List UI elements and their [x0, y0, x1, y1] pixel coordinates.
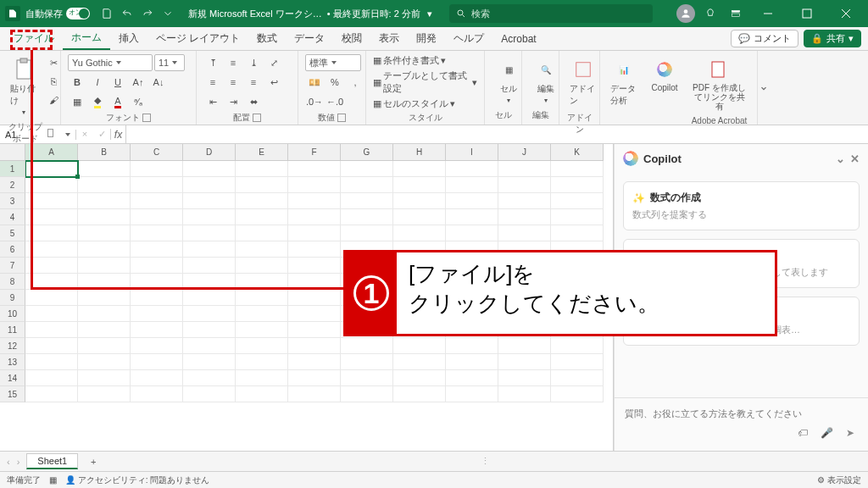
- row-header[interactable]: 8: [0, 274, 25, 290]
- cell[interactable]: [236, 225, 288, 241]
- phonetic-icon[interactable]: ᵃ⁄ₐ: [129, 93, 147, 110]
- copy-icon[interactable]: ⎘: [44, 73, 63, 90]
- cell[interactable]: [78, 241, 131, 258]
- cell[interactable]: [78, 177, 131, 193]
- toggle-switch[interactable]: オン: [66, 8, 90, 19]
- cell[interactable]: [183, 161, 236, 177]
- format-painter-icon[interactable]: 🖌: [44, 92, 63, 108]
- cell-styles-button[interactable]: ▦ セルのスタイル ▾: [373, 97, 455, 110]
- copilot-suggestion-card[interactable]: ✨色と書式設定の適用次のすべてのセルを次のように強調表…: [623, 297, 860, 346]
- cell[interactable]: [498, 274, 551, 290]
- cell[interactable]: [288, 209, 341, 225]
- cell[interactable]: [236, 241, 288, 258]
- cell[interactable]: [393, 209, 446, 225]
- row-header[interactable]: 1: [0, 161, 25, 177]
- copilot-suggestion-card[interactable]: ✨理解するデータの分析情報をグラフを使用して表します: [623, 239, 860, 288]
- editing-button[interactable]: 🔍編集▾: [529, 54, 563, 108]
- copilot-input[interactable]: [621, 405, 861, 422]
- cell[interactable]: [341, 225, 393, 241]
- row-header[interactable]: 4: [0, 209, 25, 225]
- cell[interactable]: [183, 322, 236, 338]
- cell[interactable]: [131, 338, 183, 354]
- tab-home[interactable]: ホーム: [63, 27, 110, 50]
- font-size-dropdown[interactable]: 11: [154, 54, 185, 71]
- cell[interactable]: [341, 290, 393, 306]
- tab-acrobat[interactable]: Acrobat: [492, 30, 544, 48]
- spreadsheet-grid[interactable]: 123456789101112131415 ABCDEFGHIJK: [0, 144, 614, 451]
- cell[interactable]: [131, 274, 183, 290]
- row-header[interactable]: 11: [0, 322, 25, 338]
- cell[interactable]: [446, 177, 498, 193]
- cell[interactable]: [341, 193, 393, 209]
- cell[interactable]: [498, 161, 551, 177]
- cell[interactable]: [78, 322, 131, 338]
- orientation-icon[interactable]: ⤢: [264, 54, 283, 71]
- tab-help[interactable]: ヘルプ: [445, 28, 492, 49]
- cell[interactable]: [78, 161, 131, 177]
- cell[interactable]: [393, 370, 446, 386]
- cell[interactable]: [78, 290, 131, 306]
- align-right-icon[interactable]: ≡: [244, 74, 263, 91]
- redo-icon[interactable]: [138, 4, 157, 23]
- cell[interactable]: [551, 354, 604, 370]
- cell[interactable]: [183, 225, 236, 241]
- cell[interactable]: [393, 225, 446, 241]
- tab-review[interactable]: 校閲: [333, 28, 370, 49]
- cell[interactable]: [446, 193, 498, 209]
- add-sheet-button[interactable]: +: [85, 457, 102, 467]
- cell[interactable]: [551, 386, 604, 402]
- cell[interactable]: [498, 370, 551, 386]
- cell[interactable]: [25, 161, 78, 177]
- cell[interactable]: [288, 161, 341, 177]
- cell[interactable]: [551, 177, 604, 193]
- cell[interactable]: [183, 241, 236, 258]
- cell[interactable]: [446, 370, 498, 386]
- cell[interactable]: [551, 161, 604, 177]
- cell[interactable]: [341, 241, 393, 258]
- row-header[interactable]: 13: [0, 354, 25, 370]
- align-left-icon[interactable]: ≡: [203, 74, 222, 91]
- cell[interactable]: [78, 274, 131, 290]
- cell[interactable]: [131, 193, 183, 209]
- cell[interactable]: [446, 386, 498, 402]
- dialog-launcher-icon[interactable]: [253, 114, 261, 122]
- cell[interactable]: [25, 354, 78, 370]
- cut-icon[interactable]: ✂: [44, 54, 63, 71]
- cell[interactable]: [498, 241, 551, 258]
- qat-customize-icon[interactable]: [159, 4, 177, 23]
- send-icon[interactable]: ➤: [843, 425, 858, 441]
- cell[interactable]: [183, 386, 236, 402]
- cell[interactable]: [288, 370, 341, 386]
- cell[interactable]: [551, 290, 604, 306]
- cell[interactable]: [78, 209, 131, 225]
- fx-icon[interactable]: fx: [111, 125, 126, 143]
- copilot-ribbon-button[interactable]: Copilot: [648, 54, 682, 96]
- wrap-text-icon[interactable]: ↩: [264, 74, 283, 91]
- cell[interactable]: [183, 338, 236, 354]
- align-top-icon[interactable]: ⤒: [203, 54, 222, 71]
- cell[interactable]: [341, 322, 393, 338]
- cell[interactable]: [25, 386, 78, 402]
- cell[interactable]: [131, 209, 183, 225]
- tab-formulas[interactable]: 数式: [248, 28, 286, 49]
- cell[interactable]: [288, 225, 341, 241]
- cell[interactable]: [341, 354, 393, 370]
- cell[interactable]: [446, 209, 498, 225]
- cell[interactable]: [236, 161, 288, 177]
- number-format-dropdown[interactable]: 標準: [305, 54, 361, 71]
- copilot-suggestion-card[interactable]: ✨数式の作成数式列を提案する: [623, 181, 860, 230]
- dialog-launcher-icon[interactable]: [337, 114, 346, 122]
- format-as-table-button[interactable]: ▦ テーブルとして書式設定 ▾: [373, 69, 477, 95]
- cell[interactable]: [25, 193, 78, 209]
- cell[interactable]: [341, 306, 393, 322]
- cell[interactable]: [25, 177, 78, 193]
- cell[interactable]: [78, 193, 131, 209]
- column-header[interactable]: B: [78, 144, 131, 161]
- tab-insert[interactable]: 挿入: [110, 28, 147, 49]
- cell[interactable]: [25, 322, 78, 338]
- cell[interactable]: [25, 241, 78, 258]
- cell[interactable]: [498, 193, 551, 209]
- paste-button[interactable]: 貼り付け▾: [7, 54, 41, 119]
- cell[interactable]: [288, 193, 341, 209]
- cell[interactable]: [288, 338, 341, 354]
